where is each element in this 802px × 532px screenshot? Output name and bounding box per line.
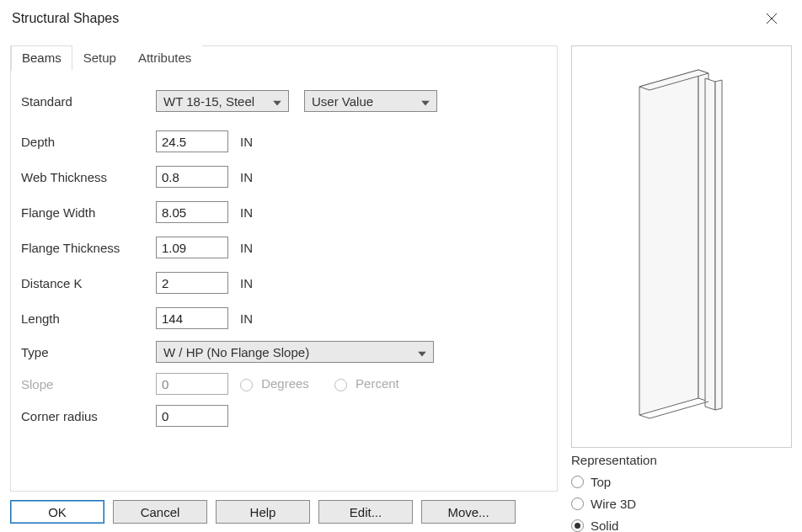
row-distance-k: Distance K IN [21, 265, 547, 301]
unit-web-thickness: IN [240, 170, 274, 184]
move-button[interactable]: Move... [421, 500, 516, 524]
button-row: OK Cancel Help Edit... Move... [10, 500, 516, 524]
input-depth[interactable] [156, 130, 228, 152]
radio-solid[interactable] [571, 519, 584, 532]
radio-wire3d[interactable] [571, 497, 584, 510]
tab-attributes[interactable]: Attributes [127, 45, 202, 71]
tab-strip: Beams Setup Attributes [11, 45, 202, 70]
rep-option-wire3d[interactable]: Wire 3D [571, 492, 792, 514]
label-standard: Standard [21, 94, 156, 109]
rep-option-solid[interactable]: Solid [571, 514, 792, 532]
label-corner-radius: Corner radius [21, 409, 156, 423]
row-web-thickness: Web Thickness IN [21, 159, 547, 194]
label-distance-k: Distance K [21, 276, 156, 290]
tab-setup[interactable]: Setup [72, 45, 127, 71]
row-corner-radius: Corner radius [21, 400, 547, 432]
row-flange-width: Flange Width IN [21, 194, 547, 230]
radio-percent [334, 379, 347, 391]
label-flange-thickness: Flange Thickness [21, 241, 156, 255]
svg-marker-5 [705, 78, 715, 410]
rep-option-top[interactable]: Top [571, 471, 792, 492]
title-bar: Structural Shapes [0, 0, 802, 37]
select-standard-value: WT 18-15, Steel [163, 94, 254, 109]
svg-marker-6 [715, 80, 722, 410]
select-type[interactable]: W / HP (No Flange Slope) [156, 341, 434, 363]
unit-depth: IN [240, 135, 274, 149]
chevron-down-icon [273, 94, 281, 109]
preview-box [571, 45, 792, 448]
unit-distance-k: IN [240, 276, 274, 290]
ok-button[interactable]: OK [10, 500, 104, 524]
dialog-window: Structural Shapes Beams Setup Attributes… [0, 0, 802, 532]
radio-label-degrees: Degrees [261, 376, 309, 391]
row-flange-thickness: Flange Thickness IN [21, 230, 547, 265]
radio-label-wire3d: Wire 3D [591, 497, 636, 511]
select-standard[interactable]: WT 18-15, Steel [156, 90, 289, 112]
label-flange-width: Flange Width [21, 205, 156, 220]
input-length[interactable] [156, 307, 228, 329]
window-title: Structural Shapes [12, 11, 119, 26]
label-slope: Slope [21, 377, 156, 391]
edit-button[interactable]: Edit... [318, 500, 413, 524]
input-distance-k[interactable] [156, 272, 228, 294]
radio-label-percent: Percent [356, 376, 399, 391]
svg-marker-2 [639, 70, 698, 415]
input-web-thickness[interactable] [156, 166, 228, 188]
input-slope [156, 373, 228, 395]
select-type-value: W / HP (No Flange Slope) [163, 345, 309, 359]
representation-group: Representation Top Wire 3D Solid [571, 453, 792, 532]
row-depth: Depth IN [21, 124, 547, 159]
row-standard: Standard WT 18-15, Steel User Value [21, 83, 547, 119]
radio-degrees-wrapper: Degrees [240, 376, 309, 391]
input-flange-thickness[interactable] [156, 237, 228, 258]
dialog-body: Beams Setup Attributes Standard WT 18-15… [0, 37, 802, 532]
label-depth: Depth [21, 135, 156, 149]
slope-unit-radio-group: Degrees Percent [240, 376, 399, 391]
chevron-down-icon [418, 345, 426, 359]
radio-label-solid: Solid [591, 519, 618, 533]
unit-flange-thickness: IN [240, 241, 274, 255]
cancel-button[interactable]: Cancel [113, 500, 207, 524]
input-corner-radius[interactable] [156, 405, 228, 427]
input-flange-width[interactable] [156, 201, 228, 223]
chevron-down-icon [421, 94, 430, 109]
radio-label-top: Top [591, 475, 611, 489]
radio-percent-wrapper: Percent [334, 376, 399, 391]
row-type: Type W / HP (No Flange Slope) [21, 336, 547, 368]
label-length: Length [21, 311, 156, 326]
close-button[interactable] [753, 0, 790, 37]
label-type: Type [21, 345, 156, 359]
select-user-value[interactable]: User Value [304, 90, 437, 112]
row-slope: Slope Degrees Percent [21, 368, 547, 400]
select-user-value-text: User Value [312, 94, 373, 109]
radio-degrees [240, 379, 253, 391]
label-web-thickness: Web Thickness [21, 170, 156, 184]
tab-beams[interactable]: Beams [11, 45, 72, 71]
right-panel: Representation Top Wire 3D Solid [571, 45, 792, 527]
svg-line-7 [639, 415, 650, 418]
row-length: Length IN [21, 301, 547, 336]
beams-tab-content: Standard WT 18-15, Steel User Value Dept… [21, 83, 547, 481]
radio-top[interactable] [571, 476, 584, 488]
unit-flange-width: IN [240, 205, 274, 220]
left-panel: Beams Setup Attributes Standard WT 18-15… [10, 45, 558, 492]
close-icon [766, 13, 778, 24]
help-button[interactable]: Help [216, 500, 310, 524]
unit-length: IN [240, 311, 274, 326]
beam-preview-icon [614, 61, 749, 432]
representation-title: Representation [571, 453, 792, 467]
